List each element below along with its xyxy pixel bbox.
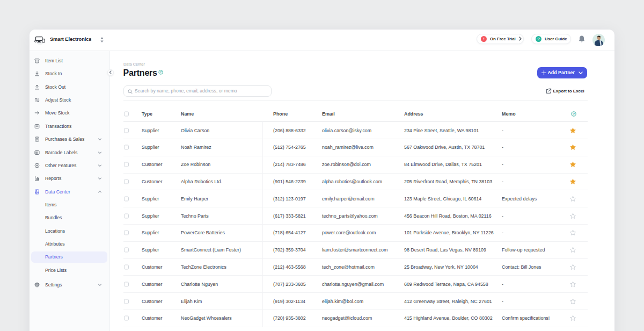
svg-text:?: ? bbox=[573, 112, 575, 116]
svg-text:?: ? bbox=[160, 70, 162, 74]
